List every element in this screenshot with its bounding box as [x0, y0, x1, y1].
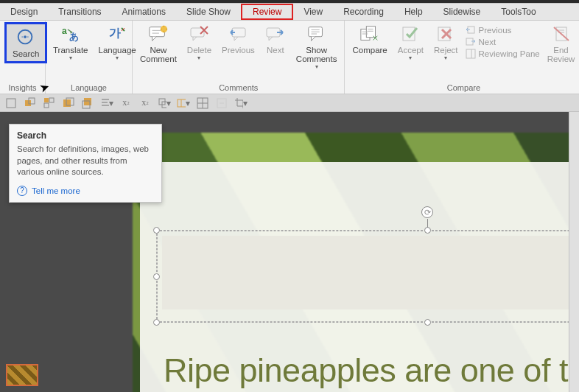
delete-comment-button: Delete ▾ [184, 22, 214, 63]
compare-previous-button: Previous [466, 25, 540, 35]
delete-label: Delete [187, 46, 211, 55]
reviewing-pane-button: Reviewing Pane [466, 49, 540, 59]
reject-icon [435, 24, 456, 44]
reviewing-pane-label: Reviewing Pane [479, 49, 540, 58]
resize-handle[interactable] [153, 227, 160, 234]
slide-canvas-area[interactable]: ⟳ Pineapples Ripe pineapples are one of … [118, 112, 579, 392]
tab-design[interactable]: Design [0, 4, 48, 20]
svg-rect-47 [49, 98, 54, 102]
end-review-icon [551, 24, 572, 44]
translate-button[interactable]: aあ Translate ▾ [50, 22, 91, 63]
search-tooltip: Search Search for definitions, images, w… [9, 124, 162, 203]
tab-slidewise[interactable]: Slidewise [433, 4, 491, 20]
chevron-down-icon: ▾ [69, 55, 72, 61]
rotate-handle[interactable]: ⟳ [421, 206, 433, 218]
compare-icon [359, 24, 380, 44]
chevron-down-icon: ▾ [315, 63, 318, 70]
tab-view[interactable]: View [293, 4, 333, 20]
svg-rect-48 [44, 103, 49, 108]
language-label: Language [99, 46, 136, 55]
title-highlight [162, 236, 579, 309]
reject-label: Reject [434, 46, 458, 55]
qat-subscript-icon[interactable]: x2 [138, 97, 152, 110]
svg-rect-44 [25, 100, 31, 106]
resize-handle[interactable] [153, 273, 160, 280]
body-line-1: Ripe pineapples are one of th [164, 352, 579, 389]
slide-content-area: ⟳ Pineapples Ripe pineapples are one of … [140, 162, 579, 392]
qat-icon-2[interactable] [24, 97, 37, 110]
qat-icon-3[interactable] [43, 97, 56, 110]
ribbon-tabs: Design Transitions Animations Slide Show… [0, 3, 579, 21]
group-label-insights: Insights [4, 82, 41, 94]
chevron-down-icon: ▾ [116, 55, 119, 61]
tab-review[interactable]: Review [241, 4, 293, 20]
qat-icon-12[interactable] [215, 97, 228, 110]
search-button[interactable]: Search [4, 22, 47, 63]
compare-button[interactable]: Compare [349, 22, 390, 56]
show-comments-label: Show Comments [296, 46, 337, 63]
group-label-compare: Compare [349, 82, 578, 94]
show-comments-button[interactable]: Show Comments ▾ [293, 22, 340, 71]
svg-rect-37 [466, 49, 475, 58]
end-review-button: End Review [544, 22, 578, 65]
svg-point-1 [24, 35, 27, 38]
compare-label: Compare [352, 46, 387, 55]
tab-transitions[interactable]: Transitions [48, 4, 111, 20]
resize-handle[interactable] [153, 319, 160, 326]
translate-label: Translate [53, 46, 88, 55]
ribbon: Search Insights ➤ aあ Translate ▾ 가 Langu… [0, 21, 579, 94]
search-label: Search [13, 49, 39, 58]
svg-rect-43 [7, 99, 15, 108]
chevron-down-icon: ▾ [409, 55, 412, 61]
qat-icon-4[interactable] [62, 97, 75, 110]
tab-animations[interactable]: Animations [112, 4, 176, 20]
qat-icon-5[interactable] [81, 97, 94, 110]
tooltip-body: Search for definitions, images, web page… [17, 144, 154, 178]
tooltip-title: Search [17, 130, 154, 141]
resize-handle[interactable] [424, 319, 431, 326]
qat-superscript-icon[interactable]: x2 [119, 97, 133, 110]
tab-slideshow[interactable]: Slide Show [176, 4, 241, 20]
new-comment-label: New Comment [140, 46, 177, 63]
qat-table-icon[interactable] [196, 97, 209, 110]
tab-toolstoo[interactable]: ToolsToo [491, 4, 546, 20]
show-comments-icon [306, 24, 327, 44]
new-comment-button[interactable]: New Comment [137, 22, 180, 65]
accept-button: Accept ▾ [395, 22, 427, 63]
slide-thumbnail[interactable] [6, 364, 38, 386]
title-textbox[interactable]: ⟳ Pineapples [162, 236, 579, 317]
compare-next-label: Next [479, 38, 496, 46]
help-icon: ? [17, 186, 27, 196]
qat-align-icon[interactable]: ▾ [100, 97, 113, 110]
group-label-language: Language [50, 82, 127, 94]
pane-icon [466, 49, 476, 59]
qat-icon-10[interactable]: ▾ [177, 97, 190, 110]
group-label-comments: Comments [137, 82, 340, 94]
tell-me-more-link[interactable]: ? Tell me more [17, 186, 154, 196]
next-small-icon [466, 37, 476, 47]
search-icon [15, 27, 36, 48]
previous-comment-button: Previous [219, 22, 258, 56]
qat-crop-icon[interactable]: ▾ [234, 97, 248, 110]
accept-label: Accept [398, 46, 424, 55]
chevron-down-icon: ▾ [197, 55, 200, 61]
body-textbox[interactable]: Ripe pineapples are one of th delicious … [164, 352, 579, 392]
end-review-label: End Review [547, 46, 575, 63]
body-line-2: delicious fruits on the planet [164, 389, 579, 393]
next-comment-button: Next [262, 22, 289, 56]
quick-access-toolbar: ▾ x2 x2 ▾ ▾ ▾ [0, 94, 579, 112]
reject-button: Reject ▾ [431, 22, 461, 63]
tab-help[interactable]: Help [394, 4, 433, 20]
svg-text:a: a [62, 26, 67, 36]
vertical-scrollbar[interactable] [569, 112, 579, 392]
accept-icon [400, 24, 421, 44]
chevron-down-icon: ▾ [444, 55, 447, 61]
compare-previous-label: Previous [479, 26, 512, 35]
svg-rect-32 [438, 27, 450, 41]
qat-icon-9[interactable]: ▾ [158, 97, 171, 110]
tell-me-more-label: Tell me more [32, 186, 80, 195]
qat-icon-1[interactable] [4, 97, 18, 110]
svg-text:가: 가 [109, 27, 121, 39]
tab-recording[interactable]: Recording [333, 4, 394, 20]
resize-handle[interactable] [424, 227, 431, 234]
